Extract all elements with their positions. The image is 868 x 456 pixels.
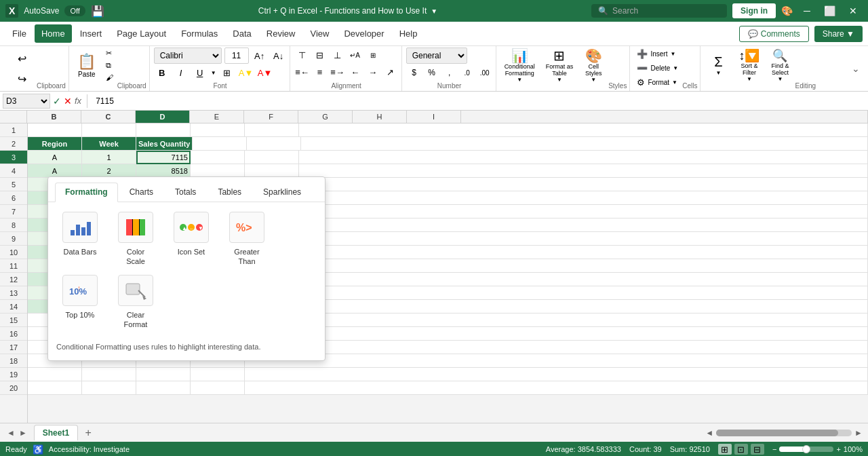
qa-item-iconset[interactable]: ▲ – ▼ Icon Set	[167, 212, 215, 267]
cell-c20[interactable]	[82, 381, 136, 395]
sheet-tab-sheet1[interactable]: Sheet1	[34, 425, 78, 440]
cell-name-box[interactable]: D3	[3, 94, 50, 109]
cell-f4[interactable]	[245, 164, 299, 178]
currency-button[interactable]: $	[406, 65, 422, 80]
redo-button[interactable]: ↪	[8, 69, 35, 88]
normal-view-button[interactable]: ⊞	[718, 444, 732, 455]
scroll-right-icon[interactable]: ►	[854, 428, 863, 438]
decrease-indent-button[interactable]: ←	[347, 65, 363, 80]
font-family-select[interactable]: Calibri	[154, 48, 222, 64]
sheet-scroll-left-icon[interactable]: ◄	[5, 427, 16, 439]
paste-button[interactable]: 📋 Paste	[73, 48, 100, 83]
scroll-left-icon[interactable]: ◄	[705, 428, 713, 438]
row-16[interactable]: 16	[0, 327, 27, 341]
share-button[interactable]: Share ▼	[814, 26, 863, 42]
cell-c19[interactable]	[82, 368, 136, 381]
qa-tab-tables[interactable]: Tables	[208, 183, 252, 202]
row-4[interactable]: 4	[0, 164, 27, 178]
copy-button[interactable]: ⧉	[103, 60, 116, 71]
merge-center-button[interactable]: ⊞	[365, 48, 381, 63]
menu-developer[interactable]: Developer	[337, 24, 391, 43]
col-header-i[interactable]: I	[407, 111, 461, 123]
signin-button[interactable]: Sign in	[732, 3, 776, 18]
cell-e20[interactable]	[191, 381, 245, 395]
cell-c2[interactable]: Week	[82, 137, 136, 151]
find-select-button[interactable]: 🔍 Find &Select ▼	[766, 48, 793, 83]
cell-styles-button[interactable]: 🎨 CellStyles ▼	[580, 48, 607, 83]
comma-button[interactable]: ,	[441, 65, 458, 80]
bold-button[interactable]: B	[154, 65, 170, 80]
col-header-d[interactable]: D	[136, 111, 190, 123]
align-center-button[interactable]: ≡	[312, 65, 328, 80]
col-header-b[interactable]: B	[27, 111, 81, 123]
underline-button[interactable]: U	[192, 65, 208, 80]
zoom-slider[interactable]	[779, 446, 833, 452]
scrollbar-track[interactable]	[716, 430, 852, 436]
comments-button[interactable]: 💬 Comments	[739, 26, 808, 42]
page-layout-view-button[interactable]: ⊡	[734, 444, 748, 455]
align-top-button[interactable]: ⊤	[294, 48, 311, 63]
col-header-c[interactable]: C	[81, 111, 136, 123]
sheet-scroll-right-icon[interactable]: ►	[18, 427, 28, 439]
increase-indent-button[interactable]: →	[365, 65, 381, 80]
qa-item-databars[interactable]: Data Bars	[56, 212, 104, 267]
cell-d20[interactable]	[136, 381, 191, 395]
fill-color-button[interactable]: A▼	[238, 65, 254, 80]
col-header-g[interactable]: G	[298, 111, 353, 123]
format-as-table-button[interactable]: ⊞ Format asTable ▼	[542, 48, 578, 83]
cell-f3[interactable]	[245, 151, 299, 164]
restore-button[interactable]: ⬜	[818, 3, 841, 19]
align-middle-button[interactable]: ⊟	[312, 48, 328, 63]
font-size-input[interactable]	[224, 48, 249, 64]
row-6[interactable]: 6	[0, 191, 27, 205]
format-cells-button[interactable]: ⚙ Format ▼	[634, 76, 681, 89]
qa-tab-formatting[interactable]: Formatting	[55, 183, 118, 202]
menu-review[interactable]: Review	[260, 24, 302, 43]
conditional-formatting-button[interactable]: 📊 ConditionalFormatting ▼	[500, 48, 539, 83]
row-1[interactable]: 1	[0, 124, 27, 137]
cell-b19[interactable]	[28, 368, 82, 381]
qa-item-colorscale[interactable]: ColorScale	[112, 212, 159, 267]
zoom-in-icon[interactable]: +	[836, 445, 840, 453]
menu-view[interactable]: View	[303, 24, 336, 43]
row-15[interactable]: 15	[0, 314, 27, 327]
add-sheet-button[interactable]: +	[81, 425, 96, 440]
align-bottom-button[interactable]: ⊥	[330, 48, 346, 63]
sort-filter-button[interactable]: ↕🔽 Sort &Filter ▼	[734, 48, 764, 83]
menu-help[interactable]: Help	[393, 24, 425, 43]
format-painter-button[interactable]: 🖌	[103, 72, 116, 83]
cell-d2[interactable]: Sales Quantity	[136, 137, 193, 151]
col-header-h[interactable]: H	[353, 111, 407, 123]
search-box[interactable]: 🔍 Search	[591, 4, 727, 18]
theme-toggle-button[interactable]: 🎨	[781, 5, 793, 16]
cell-b20[interactable]	[28, 381, 82, 395]
cell-e2[interactable]	[193, 137, 247, 151]
accessibility-icon[interactable]: ♿	[33, 444, 43, 455]
border-button[interactable]: ⊞	[219, 65, 235, 80]
text-orientation-button[interactable]: ↗	[382, 65, 399, 80]
cell-c3[interactable]: 1	[82, 151, 136, 164]
increase-decimal-button[interactable]: .00	[477, 65, 493, 80]
cell-e19[interactable]	[191, 368, 245, 381]
cell-c4[interactable]: 2	[82, 164, 136, 178]
row-13[interactable]: 13	[0, 286, 27, 300]
qa-tab-totals[interactable]: Totals	[165, 183, 206, 202]
font-color-button[interactable]: A▼	[257, 65, 273, 80]
ribbon-collapse[interactable]: ⌄	[849, 60, 863, 77]
row-17[interactable]: 17	[0, 341, 27, 354]
save-button[interactable]: 💾	[91, 5, 104, 18]
row-9[interactable]: 9	[0, 232, 27, 246]
menu-insert[interactable]: Insert	[73, 24, 109, 43]
minimize-button[interactable]: ─	[798, 3, 816, 19]
menu-file[interactable]: File	[5, 24, 33, 43]
cell-d4[interactable]: 8518	[136, 164, 191, 178]
number-format-select[interactable]: General	[406, 48, 467, 64]
qa-tab-charts[interactable]: Charts	[119, 183, 163, 202]
menu-formulas[interactable]: Formulas	[174, 24, 224, 43]
undo-button[interactable]: ↩	[8, 49, 35, 68]
row-7[interactable]: 7	[0, 205, 27, 218]
cell-d3[interactable]: 7115	[136, 151, 191, 164]
qa-item-greaterthan[interactable]: %> GreaterThan	[223, 212, 271, 267]
cell-c1[interactable]	[82, 124, 136, 137]
autosave-toggle[interactable]: Off	[64, 5, 85, 16]
